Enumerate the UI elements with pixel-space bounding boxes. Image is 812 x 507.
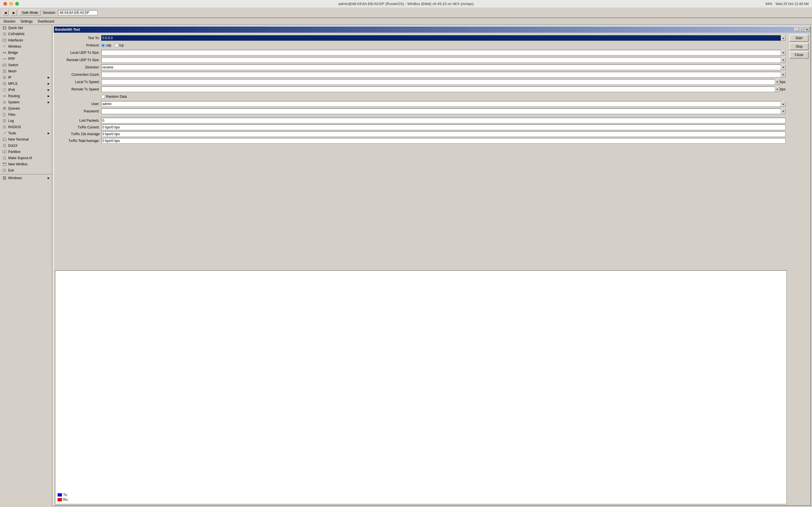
test-to-scroll-up[interactable]: ▲	[781, 35, 785, 41]
protocol-tcp-radio[interactable]	[115, 44, 118, 47]
sidebar-label-make-supout: Make Supout.rif	[8, 156, 32, 160]
menu-dashboard[interactable]: Dashboard	[36, 19, 57, 24]
sidebar-item-ipv6[interactable]: IPv6 ▶	[0, 87, 52, 93]
switch-icon	[2, 63, 7, 67]
windows-icon	[2, 176, 7, 180]
password-dropdown[interactable]: ▼	[781, 108, 785, 114]
window-minimize-btn[interactable]: _	[795, 27, 799, 32]
remote-udp-tx-dropdown[interactable]: ▼	[781, 57, 785, 63]
direction-input[interactable]	[101, 64, 781, 70]
action-buttons: Start Stop Close	[788, 33, 810, 505]
random-data-label[interactable]: Random Data	[101, 95, 127, 99]
user-scroll-up[interactable]: ▲	[781, 101, 785, 107]
legend-rx: Rx:	[57, 498, 68, 502]
sidebar-item-ip[interactable]: IP ▶	[0, 74, 52, 80]
maximize-button[interactable]	[15, 2, 19, 6]
sidebar-item-interfaces[interactable]: Interfaces	[0, 37, 52, 43]
sidebar-item-bridge[interactable]: Bridge	[0, 50, 52, 56]
remote-udp-tx-row: Remote UDP Tx Size: ▼	[56, 57, 785, 63]
close-button[interactable]	[3, 2, 7, 6]
sidebar-item-quick-set[interactable]: Quick Set	[0, 25, 52, 31]
remote-udp-tx-input[interactable]	[101, 57, 781, 63]
random-data-checkbox[interactable]	[101, 95, 105, 99]
close-button[interactable]: Close	[790, 51, 809, 59]
routing-icon	[2, 94, 7, 98]
window-title: admin@48:A9:8A:EB:A0:DF (RouterOS) - Win…	[338, 2, 474, 6]
sidebar-item-make-supout[interactable]: Make Supout.rif	[0, 155, 52, 161]
sidebar-item-routing[interactable]: Routing ▶	[0, 93, 52, 99]
session-input[interactable]	[58, 10, 98, 15]
sidebar-label-ppp: PPP	[8, 57, 15, 61]
password-row: Password: ▼	[56, 108, 785, 114]
local-tx-speed-dropdown[interactable]: ▼	[775, 79, 779, 85]
remote-tx-speed-dropdown[interactable]: ▼	[775, 87, 779, 92]
minimize-button[interactable]	[9, 2, 13, 6]
window-close-btn[interactable]: ✕	[805, 27, 809, 32]
sidebar-label-exit: Exit	[8, 168, 14, 172]
sidebar-item-log[interactable]: Log	[0, 118, 52, 124]
sidebar-item-files[interactable]: Files	[0, 112, 52, 118]
session-label: Session:	[43, 11, 56, 15]
connection-count-label: Connection Count:	[56, 73, 101, 76]
safe-mode-button[interactable]: Safe Mode	[19, 10, 41, 15]
protocol-udp-label[interactable]: udp	[101, 43, 111, 47]
connection-count-row: Connection Count: ▼	[56, 71, 785, 78]
sidebar-item-queues[interactable]: Queues	[0, 105, 52, 112]
sidebar-item-mesh[interactable]: Mesh	[0, 68, 52, 74]
direction-label: Direction:	[56, 65, 101, 69]
stop-button[interactable]: Stop	[790, 43, 809, 50]
sidebar-label-quick-set: Quick Set	[8, 26, 23, 30]
local-tx-speed-input[interactable]	[101, 79, 775, 85]
connection-count-input[interactable]	[101, 72, 781, 77]
forward-button[interactable]: ▶	[11, 10, 17, 16]
start-button[interactable]: Start	[790, 34, 809, 42]
sidebar-item-capsman[interactable]: CAPsMAN	[0, 31, 52, 37]
remote-tx-speed-input[interactable]	[101, 87, 775, 92]
bridge-icon	[2, 50, 7, 55]
sidebar-item-mpls[interactable]: MPLS ▶	[0, 80, 52, 87]
sidebar-item-ppp[interactable]: PPP	[0, 56, 52, 62]
back-button[interactable]: ◀	[2, 10, 8, 16]
sidebar-item-new-terminal[interactable]: New Terminal	[0, 136, 52, 143]
protocol-label: Protocol:	[56, 43, 101, 47]
svg-point-13	[3, 65, 4, 66]
menu-settings[interactable]: Settings	[18, 19, 35, 24]
sidebar-item-system[interactable]: System ▶	[0, 99, 52, 105]
sidebar-label-mpls: MPLS	[8, 82, 17, 86]
local-udp-tx-input[interactable]	[101, 50, 781, 55]
protocol-udp-radio[interactable]	[101, 44, 105, 47]
window-maximize-btn[interactable]: □	[800, 27, 804, 32]
sidebar-item-switch[interactable]: Switch	[0, 62, 52, 68]
lost-packets-label: Lost Packets:	[56, 119, 101, 122]
sidebar-item-exit[interactable]: Exit	[0, 167, 52, 173]
protocol-tcp-label[interactable]: tcp	[115, 43, 124, 47]
bandwidth-test-window: Bandwidth Test _ □ ✕ Test To:	[53, 26, 811, 506]
svg-rect-53	[5, 178, 6, 180]
local-tx-speed-row: Local Tx Speed: ▼ bps	[56, 79, 785, 85]
sidebar-item-wireless[interactable]: Wireless	[0, 43, 52, 50]
sidebar-item-partition[interactable]: Partition	[0, 149, 52, 155]
quick-set-icon	[2, 25, 7, 30]
sidebar-label-bridge: Bridge	[8, 51, 18, 55]
mpls-arrow: ▶	[48, 82, 50, 85]
tx-rx-total-value: 0 bps/0 bps	[101, 138, 785, 144]
sidebar-item-tools[interactable]: Tools ▶	[0, 130, 52, 136]
rx-color-swatch	[57, 498, 62, 501]
direction-dropdown[interactable]: ▼	[781, 64, 785, 70]
sidebar-item-radius[interactable]: RADIUS	[0, 124, 52, 130]
sidebar-item-dot1x[interactable]: Dot1X	[0, 143, 52, 149]
sidebar-label-dot1x: Dot1X	[8, 144, 17, 148]
bandwidth-test-form: Test To: ▲ Protocol:	[54, 33, 788, 270]
local-udp-tx-dropdown[interactable]: ▼	[781, 50, 785, 55]
test-to-input[interactable]	[101, 35, 781, 41]
user-input[interactable]	[101, 101, 781, 107]
sidebar-item-new-winbox[interactable]: New WinBox	[0, 161, 52, 167]
svg-point-15	[5, 65, 6, 66]
remote-udp-tx-label: Remote UDP Tx Size:	[56, 58, 101, 62]
protocol-tcp-text: tcp	[119, 43, 124, 47]
password-input[interactable]	[101, 108, 781, 114]
sidebar-item-windows[interactable]: Windows ▶	[0, 175, 52, 181]
winbox-toolbar: ◀ ▶ Safe Mode Session:	[0, 8, 812, 18]
connection-count-dropdown[interactable]: ▼	[781, 72, 785, 77]
menu-session[interactable]: Session	[1, 19, 18, 24]
